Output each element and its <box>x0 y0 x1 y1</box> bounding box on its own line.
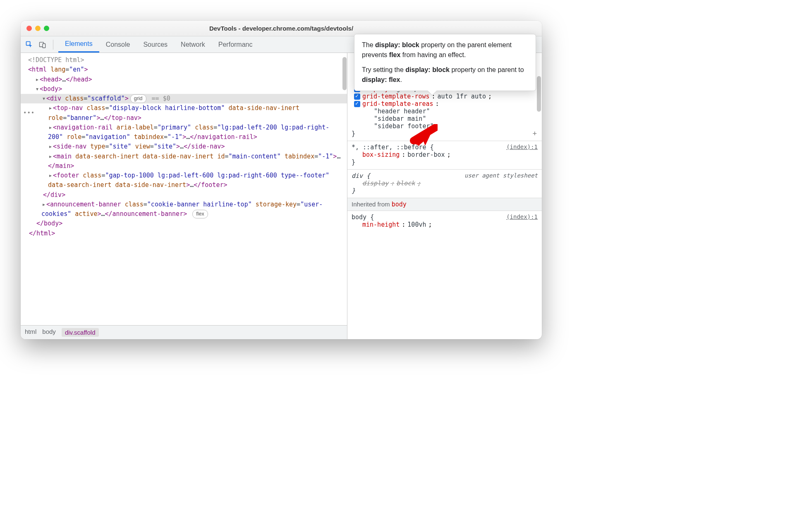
hint-tooltip: The display: block property on the paren… <box>354 34 536 91</box>
main-split: ••• <!DOCTYPE html> <html lang="en"> ▸<h… <box>21 53 542 339</box>
breadcrumb-scaffold[interactable]: div.scaffold <box>62 328 99 337</box>
gutter-ellipsis-icon[interactable]: ••• <box>23 108 35 117</box>
window-controls <box>26 26 49 31</box>
tab-console[interactable]: Console <box>99 36 137 53</box>
css-value[interactable]: auto 1fr auto <box>438 93 486 100</box>
maximize-window-button[interactable] <box>44 26 49 31</box>
css-value[interactable]: "header header" <box>352 108 538 115</box>
svg-rect-2 <box>43 43 45 48</box>
styles-panel: flex: ▸ auto; i display: grid; grid-temp… <box>347 53 542 339</box>
rule-origin: user agent stylesheet <box>464 172 538 179</box>
css-value[interactable]: "sidebar main" <box>352 115 538 122</box>
css-value[interactable]: 100vh <box>407 221 426 228</box>
inspect-icon[interactable] <box>24 39 35 50</box>
breadcrumbs: html body div.scaffold <box>21 325 347 339</box>
layout-badge[interactable]: grid <box>130 94 146 103</box>
css-value: block <box>396 180 415 187</box>
css-rule-universal[interactable]: (index):1 *, ::after, ::before { box-siz… <box>347 141 542 170</box>
breadcrumb-html[interactable]: html <box>25 328 36 337</box>
toggle-checkbox[interactable] <box>354 93 360 100</box>
css-property[interactable]: box-sizing <box>362 151 400 158</box>
layout-badge[interactable]: flex <box>192 210 208 218</box>
tab-network[interactable]: Network <box>174 36 212 53</box>
annotation-arrow-icon <box>409 124 438 151</box>
window-title: DevTools - developer.chrome.com/tags/dev… <box>21 25 542 32</box>
devtools-window: DevTools - developer.chrome.com/tags/dev… <box>21 21 542 339</box>
css-value[interactable]: border-box <box>407 151 445 158</box>
css-property[interactable]: grid-template-rows <box>362 93 430 100</box>
elements-panel: ••• <!DOCTYPE html> <html lang="en"> ▸<h… <box>21 53 347 339</box>
collapse-triangle-icon[interactable]: ▾ <box>35 84 40 94</box>
scrollbar[interactable] <box>342 57 347 90</box>
minimize-window-button[interactable] <box>35 26 41 31</box>
doctype: <!DOCTYPE html> <box>28 56 84 64</box>
tab-elements[interactable]: Elements <box>58 36 99 53</box>
dom-tree[interactable]: ••• <!DOCTYPE html> <html lang="en"> ▸<h… <box>21 53 347 325</box>
css-rule-body[interactable]: (index):1 body { min-height: 100vh; <box>347 211 542 232</box>
rule-origin-link[interactable]: (index):1 <box>506 144 538 150</box>
add-declaration-icon[interactable]: + <box>532 129 537 138</box>
toolbar-divider <box>53 40 53 50</box>
breadcrumb-body[interactable]: body <box>42 328 56 337</box>
panel-tabs: Elements Console Sources Network Perform… <box>58 36 259 53</box>
tab-sources[interactable]: Sources <box>136 36 174 53</box>
expand-triangle-icon[interactable]: ▸ <box>35 75 40 84</box>
css-property[interactable]: grid-template-areas <box>362 100 433 108</box>
css-property[interactable]: min-height <box>362 221 400 228</box>
css-value[interactable]: "sidebar footer"; <box>352 122 538 130</box>
css-property: display <box>362 180 388 187</box>
inherited-from-link[interactable]: body <box>392 201 407 208</box>
device-toggle-icon[interactable] <box>37 39 48 50</box>
rule-origin-link[interactable]: (index):1 <box>506 213 538 220</box>
tab-performance[interactable]: Performanc <box>212 36 259 53</box>
close-window-button[interactable] <box>26 26 32 31</box>
dom-node-selected[interactable]: ▾<div class="scaffold">grid == $0 <box>21 94 347 103</box>
toggle-checkbox[interactable] <box>354 101 360 107</box>
inherited-header: Inherited from body <box>347 198 542 211</box>
css-rule-ua-div: user agent stylesheet div { display: blo… <box>347 170 542 198</box>
